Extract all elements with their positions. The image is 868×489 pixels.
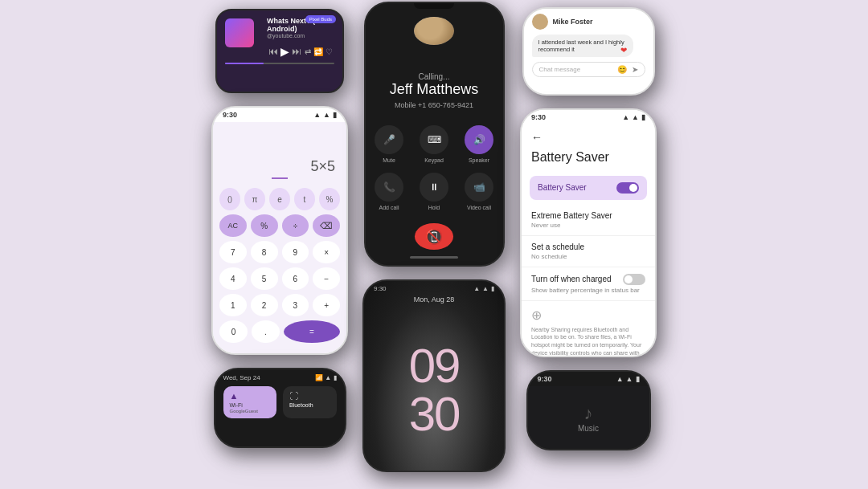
calc-btn-backspace[interactable]: ⌫	[313, 214, 340, 237]
calc-btn-equals[interactable]: =	[284, 320, 340, 343]
call-speaker: 🔊 Speaker	[465, 125, 493, 163]
send-icon[interactable]: ➤	[632, 65, 638, 74]
mute-btn[interactable]: 🎤	[375, 125, 403, 154]
battery-title: Battery Saver	[522, 147, 655, 171]
call-mute: 🎤 Mute	[375, 125, 403, 163]
calc-line	[272, 177, 288, 179]
calc-btn-pi[interactable]: π	[244, 188, 265, 210]
prev-icon[interactable]: ⏮	[268, 46, 278, 57]
charged-toggle[interactable]	[623, 274, 645, 285]
calc-btn-7[interactable]: 7	[219, 241, 247, 263]
phone-battery: 9:30 ▲ ▲ ▮ ← Battery Saver Battery Saver	[520, 108, 657, 357]
calc-btn-9[interactable]: 9	[282, 241, 309, 263]
battery-icon: ▮	[333, 111, 337, 119]
battery-back-row: ←	[522, 124, 655, 147]
google-fi-icon: 📶	[315, 374, 323, 381]
add-call-label: Add call	[379, 205, 399, 210]
speaker-btn[interactable]: 🔊	[465, 125, 493, 154]
music-note-icon: ♪	[584, 403, 593, 424]
battery-status-bar: 9:30 ▲ ▲ ▮	[522, 110, 655, 124]
extreme-row: Extreme Battery Saver	[531, 211, 645, 220]
add-call-btn[interactable]: 📞	[375, 173, 403, 202]
signal-icon: ▲	[313, 111, 321, 119]
calc-row-3: 4 5 6 −	[219, 267, 340, 290]
call-hold: ⏸ Hold	[420, 173, 448, 210]
chat-username: Mike Foster	[553, 18, 593, 26]
chat-heart-reaction[interactable]: ❤	[620, 46, 627, 55]
calc-btn-t[interactable]: t	[294, 188, 315, 210]
lock-time-status: 9:30	[374, 285, 387, 292]
play-icon[interactable]: ▶	[280, 45, 289, 58]
calc-btn-8[interactable]: 8	[251, 241, 278, 263]
nearby-sharing: ⊕ Nearby Sharing requires Bluetooth and …	[522, 301, 655, 357]
video-label: Video call	[467, 205, 491, 210]
calc-btn-percent-sp[interactable]: %	[319, 188, 340, 210]
back-arrow-icon[interactable]: ←	[531, 131, 542, 144]
calc-btn-percent[interactable]: %	[251, 214, 278, 237]
battery-saver-toggle[interactable]	[616, 182, 639, 194]
calc-btn-3[interactable]: 3	[282, 294, 309, 316]
calc-btn-plus[interactable]: +	[313, 294, 340, 316]
keypad-icon: ⌨	[428, 134, 441, 145]
battery-item-schedule: Set a schedule No schedule	[522, 236, 655, 267]
call-status: Calling...	[419, 72, 450, 81]
music-art	[225, 18, 254, 47]
calc-btn-0[interactable]: 0	[219, 320, 248, 343]
calc-btn-multiply[interactable]: ×	[313, 241, 340, 263]
wifi-tile-sub: GoogleGuest	[230, 409, 271, 414]
calc-btn-e[interactable]: e	[269, 188, 290, 210]
next-icon[interactable]: ⏭	[292, 46, 301, 57]
call-name: Jeff Matthews	[390, 81, 479, 98]
calc-btn-5[interactable]: 5	[251, 267, 278, 290]
lock-battery-icon: ▮	[491, 285, 494, 292]
qs-screen: Wed, Sep 24 📶 ▲ ▮ ▲ Wi-Fi GoogleGuest ⛶	[215, 369, 345, 446]
shuffle-icon[interactable]: ⇄	[305, 47, 311, 56]
chat-input-bar[interactable]: Chat message 😊 ➤	[532, 62, 645, 77]
qs-tile-wifi[interactable]: ▲ Wi-Fi GoogleGuest	[223, 386, 277, 418]
phone-quicksettings: Wed, Sep 24 📶 ▲ ▮ ▲ Wi-Fi GoogleGuest ⛶	[214, 368, 346, 448]
lock-time: 0930	[364, 342, 504, 438]
calc-btn-parens[interactable]: ()	[219, 188, 240, 210]
call-end-btn[interactable]: 📵	[415, 223, 453, 251]
calc-btn-1[interactable]: 1	[219, 294, 247, 316]
calc-btn-dot[interactable]: .	[252, 320, 280, 343]
calc-btn-4[interactable]: 4	[219, 267, 247, 290]
phone-calculator: 9:30 ▲ ▲ ▮ 5×5 () π	[211, 106, 348, 355]
video-btn[interactable]: 📹	[465, 173, 493, 202]
calc-row-5: 0 . =	[219, 320, 340, 343]
bat-signal-icon: ▲	[622, 113, 629, 121]
phones-grid: Whats Next? (A Android) @youtube.com Pix…	[0, 0, 868, 489]
heart-icon[interactable]: ♡	[326, 47, 333, 56]
qs-icons: 📶 ▲ ▮	[315, 374, 336, 381]
music-screen: Whats Next? (A Android) @youtube.com Pix…	[217, 10, 342, 92]
keypad-label: Keypad	[424, 157, 444, 163]
chat-input-placeholder: Chat message	[539, 66, 581, 73]
keypad-btn[interactable]: ⌨	[420, 125, 448, 154]
chat-user-avatar	[532, 14, 548, 30]
battery-saver-label: Battery Saver	[538, 183, 587, 192]
speaker-icon: 🔊	[473, 134, 485, 145]
qs-tile-bluetooth[interactable]: ⛶ Bluetooth	[283, 386, 337, 418]
hold-btn[interactable]: ⏸	[420, 173, 448, 202]
call-keypad: ⌨ Keypad	[420, 125, 448, 163]
chat-header: Mike Foster	[532, 14, 645, 30]
qs-battery-icon: ▮	[334, 374, 337, 381]
chat-action-icons: 😊 ➤	[617, 65, 638, 74]
extreme-label: Extreme Battery Saver	[531, 211, 612, 220]
calc-btn-minus[interactable]: −	[313, 267, 340, 290]
calc-btn-6[interactable]: 6	[282, 267, 309, 290]
emoji-icon[interactable]: 😊	[617, 65, 627, 74]
music-wifi-icon: ▲	[626, 375, 633, 383]
lock-status-bar: 9:30 ▲ ▲ ▮	[364, 281, 504, 296]
calc-status-icons: ▲ ▲ ▮	[313, 111, 337, 119]
wifi-tile-icon: ▲	[230, 391, 271, 401]
calc-btn-ac[interactable]: AC	[219, 214, 247, 237]
repeat-icon[interactable]: 🔁	[313, 47, 323, 56]
call-add: 📞 Add call	[375, 173, 403, 210]
calc-btn-divide[interactable]: ÷	[282, 214, 309, 237]
charged-row: Turn off when charged	[531, 274, 645, 285]
calc-btn-2[interactable]: 2	[251, 294, 278, 316]
bluetooth-tile-icon: ⛶	[289, 391, 330, 401]
schedule-sub: No schedule	[531, 253, 645, 260]
hold-label: Hold	[428, 205, 440, 210]
